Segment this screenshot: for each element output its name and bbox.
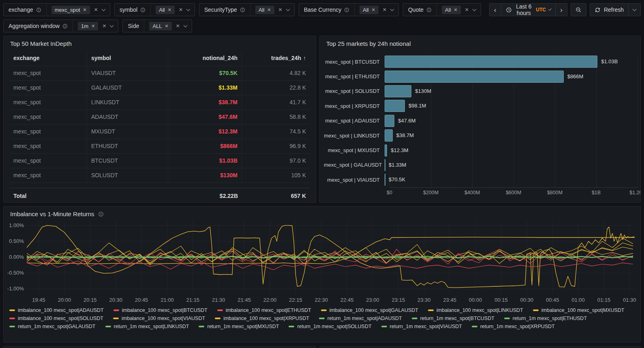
clear-icon[interactable]: ✕ — [278, 7, 282, 13]
remove-value-icon[interactable]: ✕ — [165, 24, 169, 28]
selected-value-chip[interactable]: All✕ — [156, 6, 175, 14]
time-forward-button[interactable]: › — [555, 3, 567, 16]
clock-icon — [506, 7, 512, 13]
filter-aggregation-window[interactable]: Aggregation window1m✕✕ — [3, 19, 118, 32]
column-header-exchange[interactable]: exchange — [9, 50, 87, 66]
filter-quote[interactable]: QuoteAll✕✕ — [403, 3, 481, 16]
chevron-down-icon[interactable] — [186, 7, 190, 11]
x-tick-label: 21:15 — [186, 297, 200, 303]
legend-item[interactable]: return_1m mexc_spot|XRPUSDT — [472, 324, 555, 329]
selected-value-chip[interactable]: ALL✕ — [149, 22, 171, 30]
bar-row: mexc_spot | ETHUSDT$866M — [324, 69, 638, 84]
filter-base-currency[interactable]: Base CurrencyAll✕✕ — [299, 3, 399, 16]
filter-label: Base Currency — [299, 4, 355, 16]
time-range-picker[interactable]: Last 6 hours UTC — [501, 3, 556, 16]
legend-item[interactable]: return_1m mexc_spot|GALAUSDT — [9, 324, 96, 329]
chevron-down-icon[interactable] — [390, 7, 394, 11]
time-back-button[interactable]: ‹ — [489, 3, 501, 16]
chevron-down-icon[interactable] — [183, 24, 187, 28]
filter-symbol[interactable]: symbolAll✕✕ — [114, 3, 195, 16]
filter-side[interactable]: SideALL✕✕ — [122, 19, 192, 32]
chevron-down-icon[interactable] — [101, 7, 105, 11]
legend-item[interactable]: imbalance_100 mexc_spot|VIAUSDT — [113, 316, 205, 321]
refresh-button[interactable]: Refresh — [590, 3, 629, 16]
column-header-symbol[interactable]: symbol — [87, 50, 168, 66]
selected-value-chip[interactable]: All✕ — [359, 6, 379, 14]
bar-value-label: $12.3M — [391, 144, 408, 157]
legend-item[interactable]: imbalance_100 mexc_spot|ETHUSDT — [217, 307, 311, 313]
chevron-down-icon[interactable] — [472, 7, 476, 11]
bar-category-label: mexc_spot | BTCUSDT — [324, 59, 385, 65]
panel-title[interactable]: Top 50 Market InDepth — [4, 36, 316, 49]
chevron-down-icon[interactable] — [286, 7, 290, 11]
filter-value-area: All✕✕ — [151, 4, 195, 16]
legend-item[interactable]: return_1m mexc_spot|MXUSDT — [199, 324, 279, 329]
clear-icon[interactable]: ✕ — [94, 7, 98, 13]
bar-track: $1.33M — [385, 159, 638, 171]
remove-value-icon[interactable]: ✕ — [372, 8, 375, 12]
legend-item[interactable]: return_1m mexc_spot|SOLUSDT — [289, 324, 371, 329]
legend-item[interactable]: imbalance_100 mexc_spot|LINKUSDT — [428, 307, 523, 313]
bar-value-label: $1.33M — [389, 159, 406, 171]
x-tick-label: 20:00 — [58, 297, 71, 303]
axis-tick-label: $400M — [464, 190, 480, 195]
selected-value-chip[interactable]: All✕ — [255, 6, 274, 14]
legend-color-marker — [533, 309, 539, 311]
bar-category-label: mexc_spot | XRPUSDT — [324, 103, 385, 109]
legend-item[interactable]: imbalance_100 mexc_spot|ADAUSDT — [9, 307, 104, 313]
panel-title[interactable]: Top 25 markets by 24h notional — [320, 36, 640, 49]
legend-item[interactable]: imbalance_100 mexc_spot|SOLUSDT — [9, 316, 103, 321]
legend-item[interactable]: imbalance_100 mexc_spot|GALAUSDT — [321, 307, 418, 313]
zoom-out-button[interactable] — [571, 3, 586, 16]
clear-icon[interactable]: ✕ — [102, 23, 106, 29]
filter-label-text: Quote — [408, 6, 424, 13]
clear-icon[interactable]: ✕ — [176, 23, 180, 29]
legend-item[interactable]: return_1m mexc_spot|ETHUSDT — [504, 316, 587, 321]
selected-value-chip[interactable]: 1m✕ — [78, 22, 98, 30]
legend-item[interactable]: imbalance_100 mexc_spot|XRPUSDT — [215, 316, 309, 321]
bar-track: $12.3M — [385, 144, 638, 157]
column-header-trades-24h[interactable]: trades_24h↑ — [242, 50, 310, 66]
filter-securitytype[interactable]: SecurityTypeAll✕✕ — [199, 3, 295, 16]
x-tick-label: 23:45 — [443, 297, 456, 303]
x-tick-label: 00:30 — [520, 297, 534, 303]
clear-icon[interactable]: ✕ — [179, 7, 183, 13]
legend-label: imbalance_100 mexc_spot|LINKUSDT — [436, 307, 523, 313]
legend-color-marker — [105, 326, 111, 327]
selected-value-chip[interactable]: All✕ — [442, 6, 461, 14]
x-tick-label: 21:45 — [237, 297, 251, 303]
legend-item[interactable]: return_1m mexc_spot|ADAUSDT — [319, 316, 402, 321]
bar-track: $70.5K — [385, 174, 638, 186]
refresh-interval-dropdown[interactable] — [628, 3, 641, 16]
panel-imbalance-returns: Imbalance vs 1-Minute Returns 1.00%0.50%… — [3, 206, 641, 343]
bar-track: $38.7M — [385, 129, 638, 142]
legend-item[interactable]: return_1m mexc_spot|BTCUSDT — [412, 316, 494, 321]
total-trades: 657 K — [242, 188, 310, 203]
filter-label: Aggregation window — [4, 20, 73, 32]
x-tick-label: 22:15 — [289, 297, 302, 303]
legend-item[interactable]: return_1m mexc_spot|VIAUSDT — [381, 324, 462, 329]
legend-item[interactable]: imbalance_100 mexc_spot|BTCUSDT — [113, 307, 208, 313]
filter-label-text: symbol — [120, 6, 137, 13]
y-tick-label: 0.00% — [4, 254, 24, 260]
bar-track: $130M — [385, 85, 638, 97]
clear-icon[interactable]: ✕ — [465, 7, 469, 13]
remove-value-icon[interactable]: ✕ — [168, 8, 171, 12]
legend-item[interactable]: return_1m mexc_spot|LINKUSDT — [105, 324, 189, 329]
remove-value-icon[interactable]: ✕ — [91, 24, 95, 28]
panel-title[interactable]: Imbalance vs 1-Minute Returns — [10, 211, 94, 217]
clear-icon[interactable]: ✕ — [383, 7, 387, 13]
selected-value-chip[interactable]: mexc_spot✕ — [51, 6, 90, 14]
legend-item[interactable]: imbalance_100 mexc_spot|MXUSDT — [533, 307, 625, 313]
legend-label: return_1m mexc_spot|MXUSDT — [207, 324, 279, 329]
legend-label: return_1m mexc_spot|GALAUSDT — [18, 324, 96, 329]
remove-value-icon[interactable]: ✕ — [267, 8, 271, 12]
remove-value-icon[interactable]: ✕ — [83, 8, 87, 12]
filter-exchange[interactable]: exchangemexc_spot✕✕ — [3, 3, 110, 16]
remove-value-icon[interactable]: ✕ — [454, 8, 458, 12]
bar-row: mexc_spot | BTCUSDT$1.03B — [324, 54, 638, 69]
info-icon — [240, 7, 245, 13]
column-header-notional-24h[interactable]: notional_24h — [168, 50, 242, 66]
timeseries-plot[interactable]: 1.00%0.50%0.00%-0.50%-1.00% 19:4520:0020… — [4, 221, 640, 304]
chevron-down-icon[interactable] — [110, 24, 114, 28]
